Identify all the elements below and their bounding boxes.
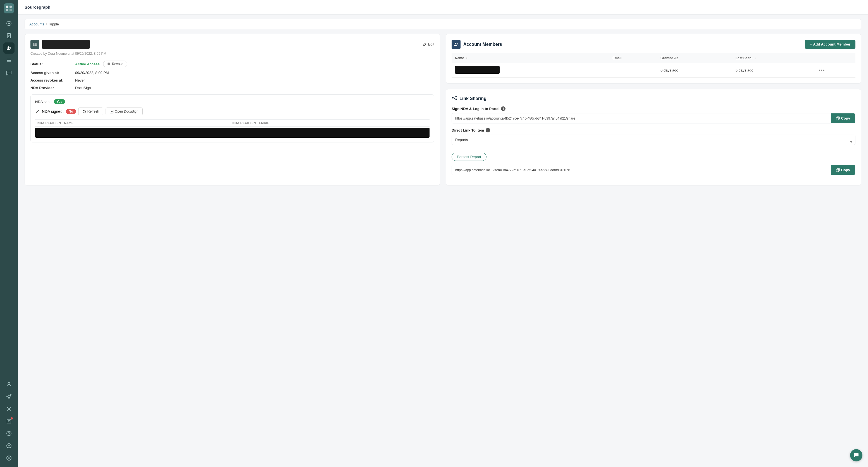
account-header: ▦ Edit	[30, 40, 434, 49]
svg-line-34	[453, 97, 455, 97]
svg-point-15	[8, 383, 10, 384]
col-header-granted-at: Granted At	[657, 53, 732, 63]
member-name-redacted	[455, 66, 500, 74]
access-revokes-row: Access revokes at: Never	[30, 78, 434, 83]
direct-link-dropdown[interactable]: Reports Documents Policies	[452, 135, 856, 145]
nda-signed-badge: No	[66, 109, 76, 114]
svg-point-30	[457, 43, 458, 44]
nda-sent-badge: Yes	[54, 99, 65, 104]
members-table: Name ↑↓ Email Granted At Last Seen ↑↓	[452, 53, 856, 77]
svg-rect-13	[7, 60, 11, 61]
main-area: Sourcegraph Accounts / Ripple ▦ Edit	[18, 0, 868, 467]
refresh-button[interactable]: Refresh	[78, 107, 103, 115]
nda-provider-row: NDA Provider DocuSign	[30, 86, 434, 90]
nda-provider-value: DocuSign	[75, 86, 91, 90]
link-sharing-card: Link Sharing Sign NDA & Log In to Portal…	[446, 89, 861, 185]
edit-button[interactable]: Edit	[423, 42, 434, 46]
sign-nda-url: https://app.safebase.io/accounts/4f5247c…	[452, 114, 831, 123]
svg-rect-12	[7, 59, 11, 59]
col-header-email: Email	[609, 53, 657, 63]
sidebar-item-messages[interactable]	[3, 67, 14, 78]
svg-rect-2	[6, 9, 8, 11]
add-account-member-button[interactable]: + Add Account Member	[805, 40, 856, 49]
content-area: Accounts / Ripple ▦ Edit Created by Dora…	[18, 14, 868, 467]
direct-link-dropdown-wrapper: Reports Documents Policies	[452, 135, 856, 149]
sidebar-item-send[interactable]	[3, 391, 14, 402]
topbar: Sourcegraph	[18, 0, 868, 14]
sidebar-item-accounts[interactable]	[3, 42, 14, 54]
member-email-cell	[609, 63, 657, 77]
nda-email-col-header: NDA RECIPIENT EMAIL	[232, 121, 427, 125]
sidebar-item-list[interactable]	[3, 55, 14, 66]
nda-sent-row: NDA sent: Yes	[35, 99, 430, 104]
svg-rect-14	[7, 61, 11, 62]
name-sort-icon[interactable]: ↑↓	[466, 57, 469, 60]
svg-line-35	[453, 98, 455, 99]
access-given-value: 09/20/2022, 8:09 PM	[75, 71, 109, 75]
nda-signed-row: NDA signed: No Refresh Open DocuSign	[35, 107, 430, 115]
copy-direct-link-button[interactable]: Copy	[831, 165, 856, 175]
access-given-label: Access given at:	[30, 71, 75, 75]
access-revokes-value: Never	[75, 78, 85, 83]
chat-bubble-button[interactable]	[850, 449, 862, 461]
svg-point-5	[8, 23, 10, 24]
svg-point-33	[456, 99, 457, 100]
svg-point-25	[8, 457, 10, 459]
account-detail-card: ▦ Edit Created by Dora Neumeier at 09/20…	[25, 34, 440, 185]
direct-link-info-icon[interactable]: i	[486, 128, 490, 132]
direct-link-url: https://app.safebase.io/...?itemUid=722b…	[452, 165, 831, 175]
copy-sign-nda-button[interactable]: Copy	[831, 114, 856, 123]
sidebar-item-misc[interactable]	[3, 453, 14, 464]
direct-link-url-row: https://app.safebase.io/...?itemUid=722b…	[452, 165, 856, 175]
svg-rect-36	[836, 118, 839, 120]
sidebar-item-help[interactable]: ?	[3, 428, 14, 439]
account-icon: ▦	[30, 40, 39, 49]
breadcrumb-accounts-link[interactable]: Accounts	[29, 22, 44, 26]
created-by-text: Created by Dora Neumeier at 09/20/2022, …	[30, 52, 434, 56]
col-header-last-seen: Last Seen ↑↓	[732, 53, 815, 63]
sidebar-item-user-management[interactable]	[3, 379, 14, 390]
revoke-button[interactable]: Revoke	[103, 61, 128, 67]
svg-text:?: ?	[8, 432, 10, 436]
sidebar-item-documents[interactable]	[3, 30, 14, 41]
status-label: Status:	[30, 62, 75, 66]
nda-table-row	[35, 128, 430, 138]
sidebar-item-profile[interactable]	[3, 440, 14, 452]
status-value: Active Access	[75, 62, 100, 66]
sidebar-item-settings[interactable]	[3, 403, 14, 414]
nda-signed-label: NDA signed:	[42, 109, 64, 114]
member-name-cell	[452, 63, 609, 77]
direct-link-label: Direct Link To Item i	[452, 128, 856, 132]
nda-table-header: NDA RECIPIENT NAME NDA RECIPIENT EMAIL	[35, 119, 430, 127]
share-icon	[452, 95, 457, 102]
open-docusign-button[interactable]: Open DocuSign	[105, 107, 143, 115]
sidebar-item-reports[interactable]	[3, 415, 14, 427]
breadcrumb: Accounts / Ripple	[25, 19, 861, 29]
svg-point-11	[9, 47, 11, 48]
link-sharing-title: Link Sharing	[452, 95, 856, 102]
pentest-report-tag[interactable]: Pentest Report	[452, 153, 487, 161]
sidebar-item-dashboard[interactable]	[3, 18, 14, 29]
access-given-row: Access given at: 09/20/2022, 8:09 PM	[30, 71, 434, 75]
members-icon	[452, 40, 461, 49]
member-actions-button[interactable]: •••	[818, 68, 825, 73]
member-granted-at-cell: 6 days ago	[657, 63, 732, 77]
svg-rect-37	[836, 169, 839, 172]
sign-nda-url-row: https://app.safebase.io/accounts/4f5247c…	[452, 113, 856, 123]
svg-point-32	[452, 97, 454, 99]
table-row: 6 days ago 6 days ago •••	[452, 63, 856, 77]
last-seen-sort-icon[interactable]: ↑↓	[753, 57, 756, 60]
nda-name-col-header: NDA RECIPIENT NAME	[37, 121, 232, 125]
svg-point-31	[456, 96, 457, 97]
sign-nda-label: Sign NDA & Log In to Portal i	[452, 106, 856, 111]
breadcrumb-separator: /	[46, 22, 47, 26]
app-logo[interactable]	[4, 3, 14, 13]
svg-point-10	[7, 46, 9, 48]
account-members-card: Account Members + Add Account Member Nam…	[446, 34, 861, 84]
sign-nda-info-icon[interactable]: i	[501, 106, 505, 111]
nda-box: NDA sent: Yes NDA signed: No Refresh	[30, 94, 434, 143]
svg-rect-27	[108, 64, 110, 64]
right-column: Account Members + Add Account Member Nam…	[446, 34, 861, 185]
svg-point-23	[8, 445, 10, 446]
svg-rect-17	[7, 419, 11, 423]
